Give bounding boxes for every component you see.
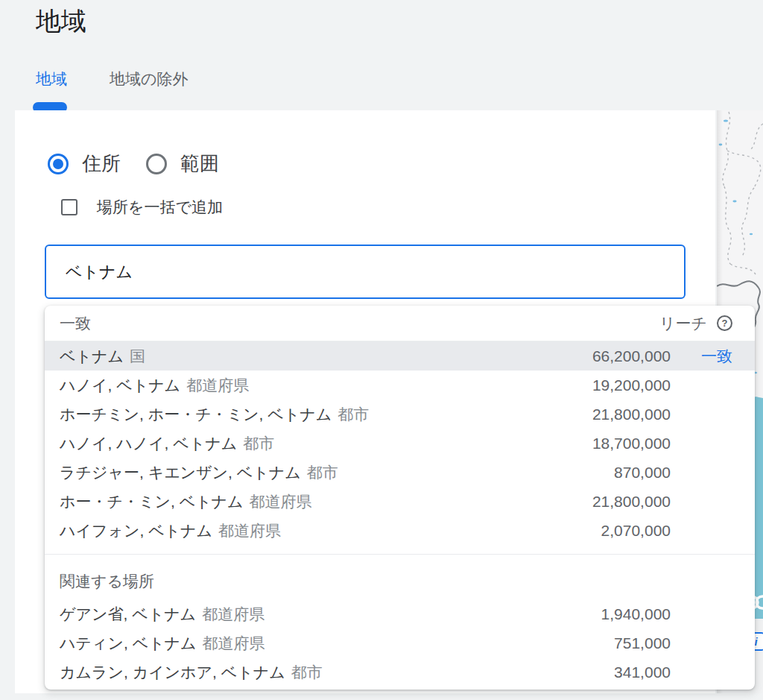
reach-column-header: リーチ [659, 313, 707, 334]
suggestion-row[interactable]: ハノイ, ベトナム 都道府県 19,200,000 [45, 371, 755, 400]
radio-option-radius[interactable]: 範囲 [146, 151, 219, 177]
radio-option-address[interactable]: 住所 [48, 151, 121, 177]
radio-radius-label: 範囲 [180, 151, 219, 177]
location-type: 都道府県 [186, 375, 249, 396]
suggestion-row[interactable]: ハイフォン, ベトナム 都道府県 2,070,000 [45, 516, 755, 545]
location-type: 都道府県 [250, 491, 312, 512]
suggestion-row[interactable]: ラチジャー, キエンザン, ベトナム 都市 870,000 [45, 458, 755, 487]
related-places-header: 関連する場所 [45, 555, 755, 599]
location-reach: 341,000 [614, 663, 671, 681]
tab-region[interactable]: 地域 [36, 69, 67, 89]
location-name: ハノイ, ベトナム [60, 375, 180, 396]
location-type: 国 [130, 346, 145, 367]
suggestion-row[interactable]: ホー・チ・ミン, ベトナム 都道府県 21,800,000 [45, 487, 755, 516]
location-reach: 66,200,000 [592, 347, 671, 365]
checkbox-unchecked-icon [61, 199, 77, 215]
location-name: ゲアン省, ベトナム [60, 604, 196, 625]
match-column-header: 一致 [60, 313, 91, 334]
location-type: 都市 [291, 662, 323, 683]
location-mode-radio-group: 住所 範囲 [48, 151, 219, 177]
location-name: カムラン, カインホア, ベトナム [60, 662, 285, 683]
location-name: ホー・チ・ミン, ベトナム [60, 491, 244, 512]
bulk-add-checkbox-row[interactable]: 場所を一括で追加 [61, 197, 223, 218]
related-suggestion-row[interactable]: ゲアン省, ベトナム 都道府県 1,940,000 [45, 599, 755, 628]
match-badge: 一致 [671, 346, 732, 367]
radio-unselected-icon [146, 154, 167, 174]
location-name: ハイフォン, ベトナム [60, 520, 212, 541]
suggestion-row-vietnam-country[interactable]: ベトナム 国 66,200,000 一致 [45, 341, 755, 371]
bulk-add-label: 場所を一括で追加 [97, 197, 223, 218]
location-name: ハティン, ベトナム [60, 633, 197, 654]
location-reach: 21,800,000 [592, 493, 671, 511]
dropdown-header: 一致 リーチ ? [45, 306, 755, 341]
tab-region-exclusion[interactable]: 地域の除外 [110, 69, 189, 89]
location-type: 都道府県 [202, 604, 265, 625]
radio-selected-icon [48, 154, 69, 174]
location-name: ラチジャー, キエンザン, ベトナム [60, 462, 301, 483]
page-title: 地域 [36, 4, 86, 39]
suggestion-row[interactable]: ハノイ, ハノイ, ベトナム 都市 18,700,000 [45, 429, 755, 458]
location-name: ホーチミン, ホー・チ・ミン, ベトナム [60, 404, 332, 425]
suggestion-row[interactable]: ホーチミン, ホー・チ・ミン, ベトナム 都市 21,800,000 [45, 400, 755, 429]
location-type: 都市 [307, 462, 338, 483]
location-suggestions-dropdown: 一致 リーチ ? ベトナム 国 66,200,000 一致 ハノイ, ベトナム … [45, 306, 755, 690]
related-suggestion-row[interactable]: カムラン, カインホア, ベトナム 都市 341,000 [45, 658, 755, 687]
radio-address-label: 住所 [82, 151, 121, 177]
location-name: ハノイ, ハノイ, ベトナム [60, 433, 237, 454]
location-reach: 2,070,000 [601, 522, 671, 540]
location-name: ベトナム [60, 346, 124, 367]
location-search-input[interactable] [45, 245, 686, 299]
location-reach: 18,700,000 [592, 435, 671, 453]
location-reach: 19,200,000 [592, 376, 671, 394]
reach-help-icon[interactable]: ? [717, 315, 732, 331]
location-reach: 21,800,000 [592, 406, 671, 423]
location-type: 都市 [338, 404, 369, 425]
location-reach: 1,940,000 [601, 605, 671, 623]
related-suggestion-row[interactable]: ハティン, ベトナム 都道府県 751,000 [45, 628, 755, 658]
location-type: 都道府県 [203, 633, 265, 654]
location-reach: 751,000 [614, 634, 671, 652]
location-type: 都道府県 [218, 520, 281, 541]
location-type: 都市 [243, 433, 274, 454]
location-tabs: 地域 地域の除外 [36, 69, 189, 89]
location-reach: 870,000 [614, 464, 671, 482]
